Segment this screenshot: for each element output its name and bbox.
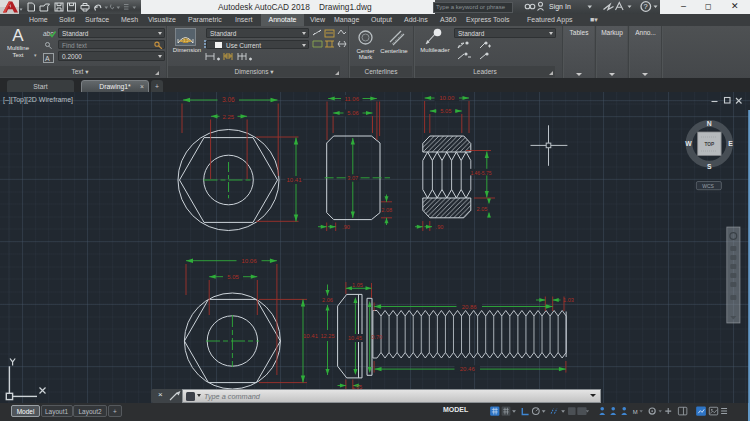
svg-text:N: N bbox=[707, 120, 712, 127]
svg-text:5.06: 5.06 bbox=[347, 110, 358, 116]
svg-text:2.08: 2.08 bbox=[381, 207, 392, 213]
svg-text:Sign In: Sign In bbox=[549, 3, 571, 11]
svg-text:12.25: 12.25 bbox=[321, 333, 335, 339]
svg-text:5.05: 5.05 bbox=[440, 108, 451, 114]
svg-text:2.25: 2.25 bbox=[222, 114, 234, 120]
svg-text:1.2: 1.2 bbox=[183, 39, 188, 43]
svg-text:10.41: 10.41 bbox=[286, 177, 302, 183]
svg-text:5.05: 5.05 bbox=[227, 274, 239, 280]
svg-text:?: ? bbox=[644, 2, 648, 11]
svg-text:2.05: 2.05 bbox=[477, 206, 488, 212]
svg-text:20.86: 20.86 bbox=[462, 304, 478, 310]
svg-text:11.06: 11.06 bbox=[344, 96, 359, 102]
svg-text:E: E bbox=[728, 140, 733, 147]
svg-text:1.46-5.75: 1.46-5.75 bbox=[470, 170, 491, 176]
svg-text:W: W bbox=[685, 140, 692, 147]
svg-text:.90: .90 bbox=[342, 224, 350, 230]
svg-text:S: S bbox=[707, 163, 712, 170]
svg-text:10.45: 10.45 bbox=[348, 335, 362, 341]
svg-text:0.70: 0.70 bbox=[371, 334, 382, 340]
svg-text:10.00: 10.00 bbox=[439, 95, 455, 101]
svg-text:A: A bbox=[45, 55, 50, 62]
svg-text:2.06: 2.06 bbox=[322, 297, 333, 303]
svg-text:.90: .90 bbox=[436, 224, 444, 230]
svg-text:10.41: 10.41 bbox=[303, 333, 319, 339]
svg-text:WCS: WCS bbox=[702, 183, 714, 189]
svg-text:1.05: 1.05 bbox=[352, 282, 363, 288]
svg-text:3.07: 3.07 bbox=[347, 175, 358, 181]
svg-text:3.06: 3.06 bbox=[222, 96, 235, 103]
svg-text:TOP: TOP bbox=[705, 142, 716, 147]
svg-text:20.46: 20.46 bbox=[460, 366, 476, 372]
svg-text:10.06: 10.06 bbox=[241, 257, 257, 264]
svg-text:M: M bbox=[633, 408, 638, 414]
svg-text:1.03: 1.03 bbox=[563, 297, 574, 303]
